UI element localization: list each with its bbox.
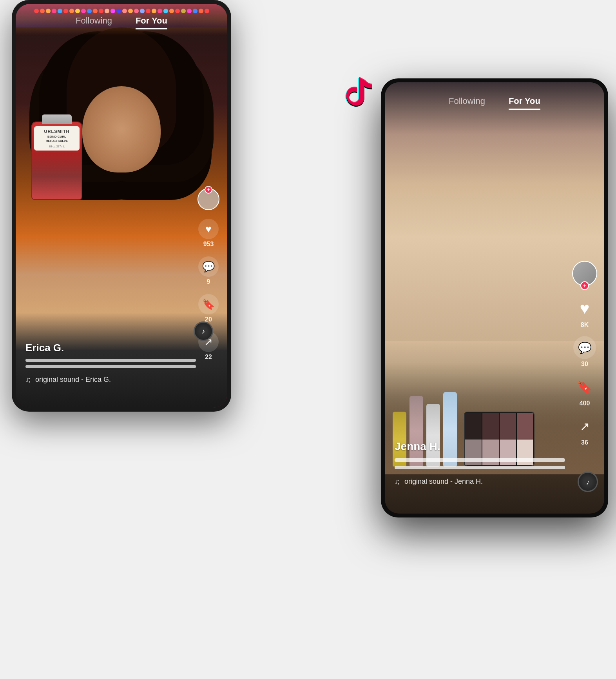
- stage-dot: [158, 9, 162, 13]
- bookmark-count-front: 400: [580, 400, 590, 407]
- share-count-front: 36: [581, 439, 588, 446]
- avatar-action-back[interactable]: +: [197, 188, 219, 210]
- stage-dot: [75, 9, 80, 13]
- stage-dot: [152, 9, 156, 13]
- caption-line-2-back: [25, 365, 196, 368]
- phone-front-actions: + ♥ 8K 💬 30 🔖 400: [572, 261, 597, 446]
- like-count-back: 953: [203, 241, 214, 248]
- palette-cell-4: [516, 412, 534, 439]
- product-bottle: URLSMITH BOND CURLREHAB SALVE 8fl oz 237…: [31, 122, 82, 200]
- face-back: [82, 86, 161, 172]
- face-area-front: [385, 82, 604, 341]
- phone-front-bottom-info: Jenna H. ♫ original sound - Jenna H.: [395, 440, 565, 486]
- palette-cell-2: [482, 412, 499, 439]
- for-you-tab-back[interactable]: For You: [136, 16, 167, 29]
- stage-dot: [105, 9, 109, 13]
- username-back: Erica G.: [25, 342, 196, 354]
- stage-dot: [81, 9, 86, 13]
- stage-dot: [69, 9, 74, 13]
- phone-front: Following For You + ♥ 8K: [381, 78, 608, 517]
- bookmark-action-front[interactable]: 🔖 400: [573, 376, 596, 407]
- share-icon-front: ↗: [573, 415, 596, 438]
- palette-top: [465, 412, 534, 439]
- tiktok-logo: [342, 71, 389, 118]
- like-action-back[interactable]: ♥ 953: [198, 219, 219, 248]
- bookmark-icon-back: 🔖: [198, 294, 219, 314]
- product-label: URLSMITH BOND CURLREHAB SALVE 8fl oz 237…: [34, 126, 80, 151]
- music-text-back: original sound - Erica G.: [35, 376, 111, 384]
- music-info-front: ♫ original sound - Jenna H.: [395, 477, 565, 486]
- comment-icon-back: 💬: [198, 256, 219, 277]
- stage-dot: [116, 9, 121, 13]
- comment-count-front: 30: [581, 361, 588, 368]
- follow-plus-front[interactable]: +: [580, 281, 589, 290]
- bookmark-action-back[interactable]: 🔖 20: [198, 294, 219, 323]
- palette-cell-1: [465, 412, 482, 439]
- comment-count-back: 9: [207, 278, 210, 285]
- comment-action-front[interactable]: 💬 30: [573, 336, 596, 368]
- music-note-back: ♫: [25, 375, 31, 384]
- palette-cell-3: [499, 412, 516, 439]
- music-disc-front: ♪: [578, 472, 598, 492]
- stage-dot: [46, 9, 51, 13]
- share-action-front[interactable]: ↗ 36: [573, 415, 596, 446]
- stage-dot: [99, 9, 103, 13]
- product-cap: [42, 114, 72, 124]
- stage-dot: [93, 9, 98, 13]
- stage-dot: [169, 9, 174, 13]
- caption-line-2-front: [395, 466, 565, 469]
- like-icon-back: ♥: [198, 219, 219, 239]
- stage-dot: [128, 9, 133, 13]
- username-front: Jenna H.: [395, 440, 565, 453]
- stage-dot: [187, 9, 192, 13]
- follow-plus-back[interactable]: +: [205, 186, 212, 194]
- phone-back-screen: URLSMITH BOND CURLREHAB SALVE 8fl oz 237…: [16, 4, 227, 408]
- for-you-tab-front[interactable]: For You: [509, 96, 540, 110]
- following-tab-back[interactable]: Following: [76, 16, 112, 29]
- music-text-front: original sound - Jenna H.: [404, 477, 483, 486]
- phone-front-video: Following For You + ♥ 8K: [385, 82, 604, 514]
- phone-back-bottom-info: Erica G. ♫ original sound - Erica G.: [25, 342, 196, 384]
- caption-line-1-front: [395, 458, 565, 462]
- stage-dot: [52, 9, 56, 13]
- music-note-front: ♫: [395, 477, 400, 486]
- stage-dot: [193, 9, 197, 13]
- stage-dot: [181, 9, 186, 13]
- stage-dot: [40, 9, 45, 13]
- stage-dot: [87, 9, 92, 13]
- avatar-back[interactable]: +: [197, 188, 219, 210]
- product-brand: URLSMITH: [36, 129, 78, 134]
- music-info-back: ♫ original sound - Erica G.: [25, 375, 196, 384]
- product-name: BOND CURLREHAB SALVE: [36, 135, 78, 143]
- product-size: 8fl oz 237mL: [36, 145, 78, 148]
- phone-front-screen: Following For You + ♥ 8K: [385, 82, 604, 514]
- tiktok-logo-svg: [342, 71, 389, 118]
- scene: URLSMITH BOND CURLREHAB SALVE 8fl oz 237…: [0, 0, 616, 679]
- following-tab-front[interactable]: Following: [449, 96, 485, 110]
- comment-action-back[interactable]: 💬 9: [198, 256, 219, 285]
- music-disc-back: ♪: [194, 321, 213, 341]
- stage-dot: [140, 9, 145, 13]
- avatar-action-front[interactable]: +: [572, 261, 597, 286]
- comment-icon-front: 💬: [573, 336, 596, 359]
- like-icon-front: ♥: [573, 297, 596, 320]
- share-count-back: 22: [205, 354, 212, 361]
- phone-back-nav: Following For You: [16, 16, 227, 29]
- stage-dot: [163, 9, 168, 13]
- caption-line-1-back: [25, 359, 196, 362]
- stage-dot: [205, 9, 209, 13]
- stage-dot: [58, 9, 62, 13]
- like-count-front: 8K: [581, 321, 589, 329]
- stage-dot: [175, 9, 180, 13]
- phone-back: URLSMITH BOND CURLREHAB SALVE 8fl oz 237…: [12, 0, 231, 412]
- phone-back-actions: + ♥ 953 💬 9 🔖 20: [197, 188, 219, 361]
- stage-dot: [111, 9, 115, 13]
- stage-dot: [122, 9, 127, 13]
- stage-dot: [34, 9, 39, 13]
- like-action-front[interactable]: ♥ 8K: [573, 297, 596, 329]
- stage-dot: [146, 9, 150, 13]
- phone-front-nav: Following For You: [385, 96, 604, 110]
- bookmark-icon-front: 🔖: [573, 376, 596, 398]
- stage-dot: [134, 9, 139, 13]
- phone-back-video: URLSMITH BOND CURLREHAB SALVE 8fl oz 237…: [16, 4, 227, 408]
